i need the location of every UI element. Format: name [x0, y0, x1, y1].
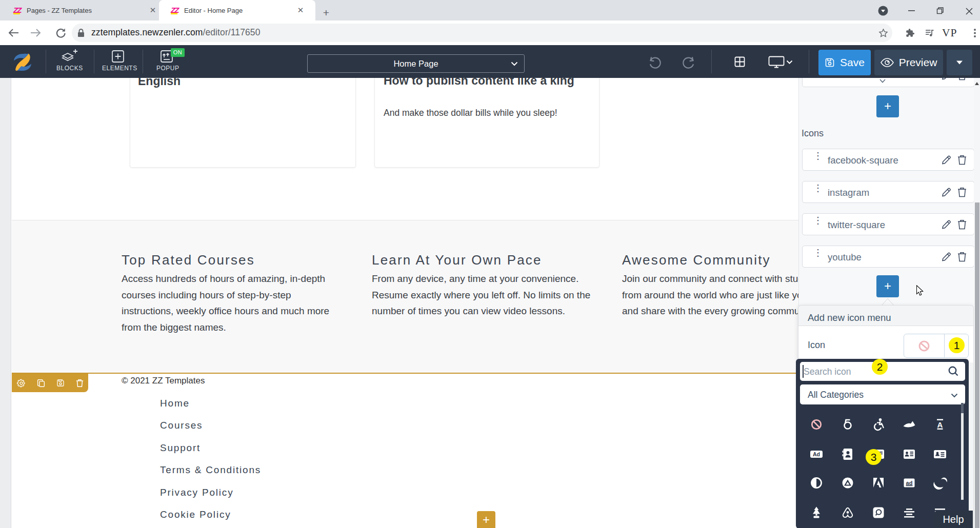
- svg-text:ad: ad: [906, 480, 913, 486]
- svg-text:A: A: [937, 420, 943, 429]
- svg-text:Ad: Ad: [813, 451, 820, 457]
- svg-text:VP: VP: [942, 27, 957, 39]
